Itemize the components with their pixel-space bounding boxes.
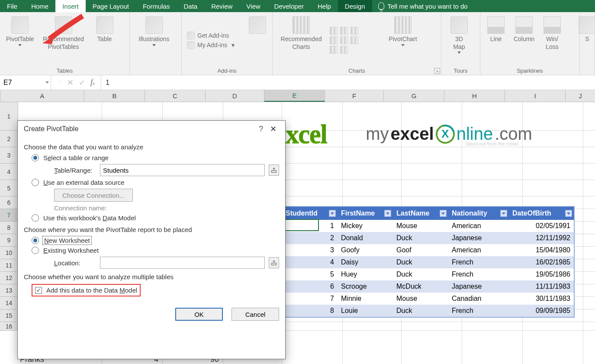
table-cell[interactable]: 12/11/1992 [509, 232, 574, 244]
option-data-model[interactable]: Use this workbook's Data Model [32, 214, 279, 222]
table-cell[interactable]: Duck [393, 232, 448, 244]
radio-external-source[interactable] [32, 179, 39, 186]
table-cell[interactable]: Donald [338, 232, 393, 244]
tab-insert[interactable]: Insert [55, 0, 86, 12]
area-chart-icon[interactable] [340, 36, 348, 44]
table-cell[interactable]: Mickey [338, 220, 393, 232]
col-header-i[interactable]: I [505, 90, 566, 102]
row-header-16[interactable]: 16 [0, 322, 18, 331]
filter-icon[interactable] [440, 210, 447, 217]
sparkline-winloss-button[interactable]: Win/ Loss [539, 14, 565, 67]
table-cell[interactable]: 5 [282, 268, 338, 280]
option-select-table[interactable]: Select a table or range [32, 154, 279, 161]
table-cell[interactable]: French [448, 256, 509, 268]
charts-dialog-launcher[interactable]: ↘ [434, 68, 440, 74]
table-cell[interactable]: Japanese [448, 232, 509, 244]
col-chart-icon[interactable] [330, 27, 338, 35]
option-existing-worksheet[interactable]: Existing Worksheet [32, 247, 279, 254]
col-header-e[interactable]: E [264, 90, 325, 102]
row-header-3[interactable]: 3 [0, 147, 18, 164]
table-cell[interactable]: Huey [338, 268, 393, 280]
bing-maps-button[interactable] [245, 14, 270, 67]
filter-icon[interactable] [384, 210, 391, 217]
table-cell[interactable]: 1 [282, 220, 338, 232]
filter-icon[interactable] [329, 210, 336, 217]
tab-help[interactable]: Help [311, 0, 338, 12]
table-cell[interactable]: Mouse [393, 220, 448, 232]
row-header-5[interactable]: 5 [0, 180, 18, 196]
tab-developer[interactable]: Developer [267, 0, 311, 12]
table-cell[interactable]: American [448, 220, 509, 232]
tab-home[interactable]: Home [24, 0, 55, 12]
tell-me[interactable]: Tell me what you want to do [372, 0, 474, 12]
row-header-14[interactable]: 14 [0, 297, 18, 309]
th-firstname[interactable]: FirstName [338, 207, 393, 220]
table-cell[interactable]: Goof [393, 244, 448, 256]
radio-data-model[interactable] [32, 214, 39, 222]
table-cell[interactable]: 8 [282, 305, 338, 317]
formula-accept-button[interactable]: ✓ [79, 78, 85, 87]
bar-chart-icon[interactable] [330, 36, 338, 44]
table-cell[interactable]: 4 [282, 256, 338, 268]
table-cell[interactable]: 30/11/1983 [509, 293, 574, 305]
row-header-6[interactable]: 6 [0, 196, 18, 209]
row-header-7[interactable]: 7 [0, 209, 18, 222]
table-cell[interactable]: 16/02/1985 [509, 256, 574, 268]
combo-chart-icon[interactable] [351, 36, 358, 44]
dialog-help-button[interactable]: ? [254, 125, 267, 134]
table-cell[interactable]: Duck [393, 305, 448, 317]
filter-icon[interactable] [565, 210, 572, 217]
row-header-15[interactable]: 15 [0, 309, 18, 322]
table-cell[interactable]: Minnie [338, 293, 393, 305]
table-cell[interactable]: French [448, 305, 509, 317]
table-cell[interactable]: 15/04/1980 [509, 244, 574, 256]
radio-select-table[interactable] [32, 154, 39, 161]
col-header-f[interactable]: F [325, 90, 384, 102]
th-dateofbirth[interactable]: DateOfBirth [509, 207, 574, 220]
table-button[interactable]: Table [90, 14, 120, 67]
table-cell[interactable]: Louie [338, 305, 393, 317]
tab-page-layout[interactable]: Page Layout [86, 0, 136, 12]
collapse-dialog-button-2[interactable] [269, 257, 279, 268]
th-studentid[interactable]: StudentId [282, 207, 338, 220]
formula-input[interactable]: 1 [101, 75, 595, 90]
th-lastname[interactable]: LastName [393, 207, 448, 220]
tab-review[interactable]: Review [204, 0, 239, 12]
col-header-a[interactable]: A [0, 90, 84, 102]
line-chart-icon[interactable] [340, 27, 348, 35]
table-cell[interactable]: McDuck [393, 280, 448, 293]
scatter-chart-icon[interactable] [330, 46, 338, 54]
name-box[interactable]: E7 [0, 75, 51, 90]
table-cell[interactable]: Scrooge [338, 280, 393, 293]
row-header-10[interactable]: 10 [0, 247, 18, 259]
recommended-charts-button[interactable]: Recommended Charts [275, 14, 327, 67]
ok-button[interactable]: OK [175, 308, 223, 321]
table-cell[interactable]: Duck [393, 256, 448, 268]
col-header-h[interactable]: H [444, 90, 505, 102]
collapse-dialog-button[interactable] [269, 164, 279, 176]
col-header-g[interactable]: G [384, 90, 444, 102]
row-header-1[interactable]: 1 [0, 102, 18, 131]
col-header-d[interactable]: D [206, 90, 264, 102]
table-cell[interactable]: Daisy [338, 256, 393, 268]
col-header-b[interactable]: B [84, 90, 145, 102]
table-cell[interactable]: American [448, 244, 509, 256]
radio-existing-worksheet[interactable] [32, 247, 39, 254]
illustrations-button[interactable]: Illustrations [132, 14, 176, 73]
3d-map-button[interactable]: 3D Map [444, 14, 474, 67]
tab-design[interactable]: Design [338, 0, 372, 12]
row-header-9[interactable]: 9 [0, 234, 18, 247]
table-cell[interactable]: 7 [282, 293, 338, 305]
select-all-corner[interactable] [0, 90, 0, 102]
fx-button[interactable]: fx [90, 78, 95, 87]
my-addins-button[interactable]: My Add-ins ▾ [187, 41, 243, 49]
sparkline-line-button[interactable]: Line [483, 14, 509, 67]
row-header-8[interactable]: 8 [0, 222, 18, 234]
tab-formulas[interactable]: Formulas [136, 0, 177, 12]
table-cell[interactable]: 6 [282, 280, 338, 293]
tab-file[interactable]: File [0, 0, 24, 12]
get-addins-button[interactable]: Get Add-ins [187, 32, 243, 39]
location-input[interactable] [100, 257, 265, 269]
tab-data[interactable]: Data [177, 0, 204, 12]
table-cell[interactable]: 19/05/1986 [509, 268, 574, 280]
